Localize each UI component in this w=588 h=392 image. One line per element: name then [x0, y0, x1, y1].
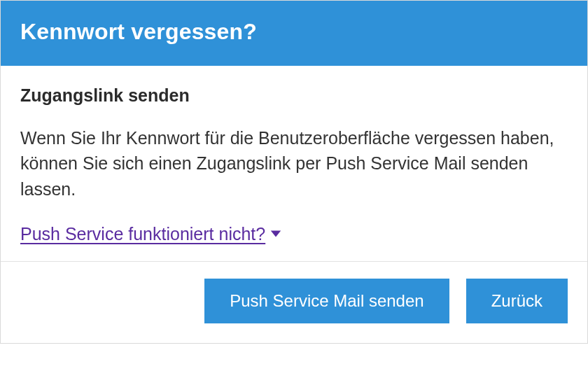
back-button[interactable]: Zurück	[466, 279, 568, 323]
expander-label: Push Service funktioniert nicht?	[20, 224, 265, 244]
section-subtitle: Zugangslink senden	[20, 85, 568, 106]
section-description: Wenn Sie Ihr Kennwort für die Benutzerob…	[20, 125, 568, 202]
push-service-help-expander[interactable]: Push Service funktioniert nicht?	[20, 224, 282, 244]
svg-marker-0	[271, 231, 281, 237]
dialog-header: Kennwort vergessen?	[1, 1, 587, 66]
dialog-title: Kennwort vergessen?	[20, 19, 568, 45]
forgot-password-dialog: Kennwort vergessen? Zugangslink senden W…	[0, 0, 588, 344]
chevron-down-icon	[270, 229, 282, 239]
dialog-footer: Push Service Mail senden Zurück	[1, 261, 587, 343]
dialog-body: Zugangslink senden Wenn Sie Ihr Kennwort…	[1, 66, 587, 261]
send-push-mail-button[interactable]: Push Service Mail senden	[204, 279, 449, 323]
